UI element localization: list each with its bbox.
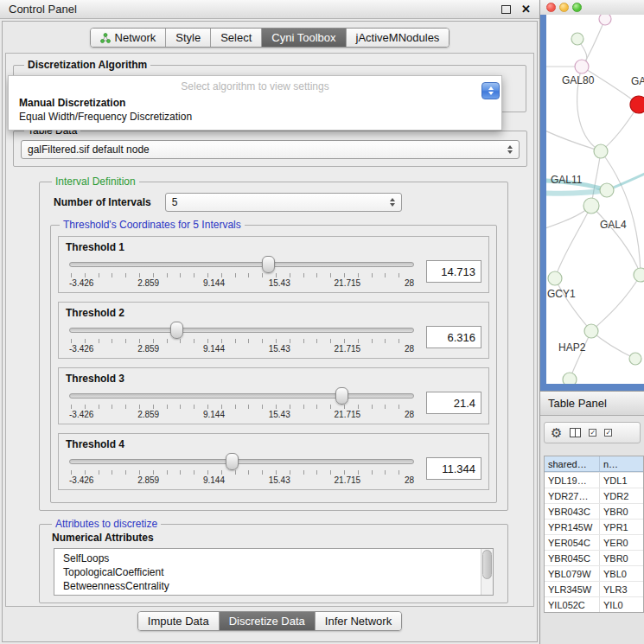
select-all-checkbox-icon[interactable]: [589, 429, 596, 437]
slider-thumb[interactable]: [335, 387, 348, 405]
network-node[interactable]: [599, 15, 611, 25]
threshold-4-slider[interactable]: -3.4262.8599.14415.4321.71528: [69, 452, 414, 487]
table-row[interactable]: YDL19…YDL1: [545, 472, 643, 488]
slider-thumb[interactable]: [226, 453, 239, 470]
slider-thumb[interactable]: [170, 322, 183, 339]
table-panel-header[interactable]: Table Panel: [540, 392, 644, 416]
dropdown-option-manual-discretization[interactable]: Manual Discretization: [9, 96, 501, 110]
threshold-3-value-field[interactable]: 21.4: [426, 392, 481, 414]
table-row[interactable]: YPR145WYPR1: [545, 519, 643, 534]
table-row[interactable]: YBR045CYBR0: [545, 550, 643, 565]
number-of-intervals-combobox[interactable]: 5: [165, 193, 402, 212]
cell[interactable]: YBR0: [600, 504, 643, 519]
cell[interactable]: YER054C: [545, 535, 600, 550]
number-of-intervals-label: Number of Intervals: [54, 196, 151, 208]
table-row[interactable]: YDR27…YDR2: [545, 488, 643, 503]
scrollbar-thumb[interactable]: [482, 550, 492, 579]
threshold-3-slider[interactable]: -3.4262.8599.14415.4321.71528: [69, 386, 414, 421]
tab-select[interactable]: Select: [210, 29, 261, 47]
threshold-1-value-field[interactable]: 14.713: [426, 260, 481, 283]
cell[interactable]: YDL19…: [545, 473, 600, 488]
cell[interactable]: YIL0: [600, 597, 643, 612]
close-traffic-light-button[interactable]: [546, 3, 556, 12]
tab-network[interactable]: Network: [91, 29, 166, 47]
threshold-1-slider[interactable]: -3.4262.8599.14415.4321.71528: [69, 255, 414, 290]
cell[interactable]: YBR043C: [545, 504, 600, 519]
combobox-arrows-icon: [390, 198, 395, 207]
network-node[interactable]: [548, 271, 562, 285]
cell[interactable]: YBR0: [600, 551, 643, 565]
scale-tick-label: -3.426: [69, 475, 93, 485]
columns-icon[interactable]: [570, 428, 581, 437]
slider-track[interactable]: [69, 262, 414, 267]
network-graph[interactable]: [546, 15, 644, 384]
network-node[interactable]: [571, 33, 583, 45]
network-node[interactable]: [594, 144, 608, 158]
slider-track[interactable]: [69, 328, 414, 333]
threshold-4-value-field[interactable]: 11.344: [426, 457, 481, 480]
scale-tick-label: 9.144: [203, 344, 225, 354]
cell[interactable]: YBL0: [600, 566, 643, 581]
slider-scale: -3.4262.8599.14415.4321.71528: [69, 344, 414, 354]
numerical-attributes-list[interactable]: SelfLoops TopologicalCoefficient Between…: [54, 548, 494, 596]
network-node[interactable]: [629, 353, 641, 365]
slider-thumb[interactable]: [262, 256, 275, 273]
network-node[interactable]: [600, 183, 614, 197]
slider-track[interactable]: [69, 393, 414, 399]
tab-cyni-toolbox[interactable]: Cyni Toolbox: [261, 29, 345, 47]
cell[interactable]: YDR27…: [545, 488, 600, 503]
control-panel-titlebar[interactable]: Control Panel: [0, 0, 539, 19]
scale-tick-label: 28: [405, 475, 414, 485]
algorithm-combobox-button[interactable]: [481, 82, 500, 99]
table-row[interactable]: YBL079WYBL0: [545, 565, 643, 581]
tab-discretize-data[interactable]: Discretize Data: [219, 612, 315, 630]
minimize-traffic-light-button[interactable]: [559, 3, 569, 12]
list-item[interactable]: TopologicalCoefficient: [63, 565, 493, 579]
slider-track[interactable]: [69, 459, 414, 464]
cell[interactable]: YLR345W: [545, 582, 600, 596]
network-node[interactable]: [563, 373, 577, 384]
tab-jactivemnodules[interactable]: jActiveMNodules: [346, 29, 450, 47]
cell[interactable]: YER0: [600, 535, 643, 550]
network-node[interactable]: [583, 198, 599, 214]
dropdown-option-equal-width-frequency[interactable]: Equal Width/Frequency Discretization: [9, 110, 501, 124]
gear-icon[interactable]: [551, 425, 562, 441]
table-data-combobox[interactable]: galFiltered.sif default node: [21, 140, 520, 159]
close-icon[interactable]: [521, 3, 531, 15]
scale-tick-label: 15.43: [269, 410, 290, 419]
table-row[interactable]: YLR345WYLR3: [545, 581, 643, 596]
select-none-checkbox-icon[interactable]: [604, 429, 612, 437]
threshold-2-slider[interactable]: -3.4262.8599.14415.4321.71528: [69, 321, 414, 355]
table-row[interactable]: YIL052CYIL0: [545, 596, 643, 612]
node-attribute-table[interactable]: shared… n… YDL19…YDL1 YDR27…YDR2 YBR043C…: [544, 456, 644, 613]
network-window-titlebar[interactable]: [540, 0, 644, 15]
float-window-icon[interactable]: [501, 5, 511, 14]
list-scrollbar[interactable]: [481, 549, 493, 595]
threshold-2-value-field[interactable]: 6.316: [426, 326, 481, 348]
tab-infer-network[interactable]: Infer Network: [315, 612, 401, 630]
cell[interactable]: YDR2: [600, 488, 643, 503]
table-row[interactable]: YBR043CYBR0: [545, 503, 643, 519]
network-node[interactable]: [575, 60, 589, 73]
zoom-traffic-light-button[interactable]: [572, 3, 582, 12]
network-nodes[interactable]: [548, 15, 644, 384]
cell[interactable]: YBL079W: [545, 566, 600, 581]
cell[interactable]: YPR145W: [545, 520, 600, 534]
network-node-selected[interactable]: [630, 96, 644, 113]
column-header-shared-name[interactable]: shared…: [545, 456, 600, 471]
network-node[interactable]: [634, 268, 644, 282]
scale-tick-label: 28: [405, 278, 414, 288]
tab-style[interactable]: Style: [165, 29, 210, 47]
cell[interactable]: YDL1: [600, 473, 643, 488]
table-row[interactable]: YER054CYER0: [545, 534, 643, 550]
cell[interactable]: YLR3: [600, 582, 643, 596]
cell[interactable]: YPR1: [600, 520, 643, 534]
list-item[interactable]: BetweennessCentrality: [63, 579, 493, 593]
tab-impute-data[interactable]: Impute Data: [138, 612, 219, 630]
list-item[interactable]: SelfLoops: [63, 552, 493, 565]
network-canvas[interactable]: GAL80 GA GAL11 GAL4 GCY1 HAP2: [546, 15, 644, 384]
column-header-name[interactable]: n…: [600, 456, 643, 471]
cell[interactable]: YIL052C: [545, 597, 600, 612]
network-node[interactable]: [584, 324, 598, 338]
cell[interactable]: YBR045C: [545, 551, 600, 565]
